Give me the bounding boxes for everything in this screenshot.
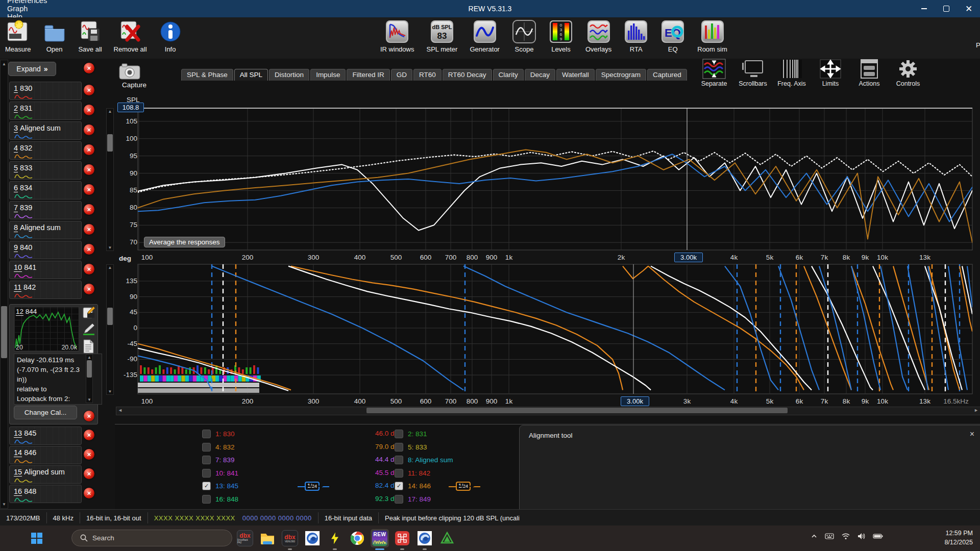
taskbar-folder-button[interactable] xyxy=(258,529,277,547)
wifi-icon[interactable] xyxy=(841,533,850,540)
delete-measurement-16[interactable]: × xyxy=(84,488,94,498)
delete-all-button[interactable]: × xyxy=(84,63,94,73)
search-input[interactable]: Search xyxy=(71,530,232,546)
toolbar-button-overlays[interactable]: Overlays xyxy=(585,19,611,53)
toolbar-button-measure[interactable]: Measure xyxy=(5,19,31,53)
legend-label-17[interactable]: 17: 849 xyxy=(408,495,431,503)
delete-measurement-7[interactable]: × xyxy=(84,204,94,215)
bottom-xtick-end[interactable]: 16.5kHz xyxy=(943,397,969,405)
legend-label-14[interactable]: 14: 846 xyxy=(408,482,431,490)
toolbar-button-scope[interactable]: Scope xyxy=(512,19,536,53)
delete-measurement-5[interactable]: × xyxy=(84,164,94,175)
battery-icon[interactable] xyxy=(873,533,883,539)
measurement-item-8[interactable]: 8Aligned sum xyxy=(9,221,82,239)
toolbar-button-open[interactable]: Open xyxy=(42,19,67,53)
close-icon[interactable]: × xyxy=(970,430,974,439)
scroll-right-arrow[interactable]: ► xyxy=(974,408,978,413)
minimize-button[interactable] xyxy=(913,0,935,17)
horizontal-scrollbar[interactable]: ◄ ► xyxy=(116,407,980,415)
keyboard-icon[interactable] xyxy=(825,533,834,540)
legend-checkbox-8[interactable] xyxy=(395,456,403,464)
measurement-item-expanded-12[interactable]: 12 8442020.0kDelay -20.6119 ms (-7.070 m… xyxy=(9,304,98,424)
legend-label-4[interactable]: 4: 832 xyxy=(215,443,235,451)
menu-preferences[interactable]: Preferences xyxy=(0,0,60,5)
legend-checkbox-16[interactable] xyxy=(202,495,211,504)
measurement-item-9[interactable]: 9840 xyxy=(9,241,82,259)
delete-measurement-2[interactable]: × xyxy=(84,105,94,115)
delete-measurement-15[interactable]: × xyxy=(84,468,94,479)
delete-measurement-14[interactable]: × xyxy=(84,449,94,460)
legend-label-13[interactable]: 13: 845 xyxy=(215,482,238,490)
toolbar-button-save-all[interactable]: Save all xyxy=(78,19,103,53)
close-button[interactable]: ✕ xyxy=(958,0,980,17)
edit-pencil-icon[interactable] xyxy=(82,306,95,319)
legend-checkbox-10[interactable] xyxy=(202,469,211,478)
taskbar-rew-button[interactable]: REW xyxy=(371,529,389,547)
legend-label-5[interactable]: 5: 833 xyxy=(408,443,427,451)
legend-checkbox-17[interactable] xyxy=(395,495,403,504)
legend-checkbox-11[interactable] xyxy=(395,469,403,478)
delay-text-scrollbar[interactable]: ▲▼ xyxy=(86,354,93,403)
measurement-item-13[interactable]: 13845 xyxy=(9,427,82,445)
toolbar-button-spl-meter[interactable]: dB SPL83SPL meter xyxy=(426,19,457,53)
measurement-item-10[interactable]: 10841 xyxy=(9,261,82,279)
taskbar-chrome-button[interactable] xyxy=(348,529,366,547)
taskbar-clock[interactable]: 12:59 PM 8/12/2025 xyxy=(944,529,973,547)
delete-measurement-6[interactable]: × xyxy=(84,184,94,195)
chevron-up-icon[interactable] xyxy=(811,533,818,540)
measurement-item-14[interactable]: 14846 xyxy=(9,446,82,464)
taskbar-edge-browser-button[interactable] xyxy=(303,529,322,547)
legend-checkbox-2[interactable] xyxy=(395,430,403,438)
windows-start-button[interactable] xyxy=(28,529,46,547)
toolbar-button-preferences[interactable]: Preferences xyxy=(976,19,980,49)
taskbar-dbx-venu360-button[interactable]: dbxVENU360 xyxy=(281,529,299,547)
delete-measurement-12[interactable]: × xyxy=(84,411,94,421)
measurement-item-7[interactable]: 7839 xyxy=(9,201,82,219)
legend-label-11[interactable]: 11: 842 xyxy=(408,469,430,477)
maximize-button[interactable] xyxy=(935,0,958,17)
taskbar-green-app-button[interactable] xyxy=(438,529,456,547)
scroll-left-arrow[interactable]: ◄ xyxy=(118,408,122,413)
measurement-item-3[interactable]: 3Aligned sum xyxy=(9,121,82,140)
measurement-item-1[interactable]: 1830 xyxy=(9,82,82,100)
toolbar-button-generator[interactable]: Generator xyxy=(470,19,500,53)
taskbar-dbx-driverack-button[interactable]: dbxDriveRack PA2 xyxy=(236,529,254,547)
change-cal-button[interactable]: Change Cal... xyxy=(14,406,77,419)
delete-measurement-11[interactable]: × xyxy=(84,284,94,294)
toolbar-button-remove-all[interactable]: Remove all xyxy=(114,19,147,53)
legend-label-2[interactable]: 2: 831 xyxy=(408,430,427,438)
legend-label-7[interactable]: 7: 839 xyxy=(215,456,235,464)
delete-measurement-13[interactable]: × xyxy=(84,430,94,440)
legend-checkbox-1[interactable] xyxy=(202,430,211,438)
delete-measurement-8[interactable]: × xyxy=(84,224,94,235)
legend-label-10[interactable]: 10: 841 xyxy=(215,469,238,477)
delete-measurement-3[interactable]: × xyxy=(84,124,94,135)
trace-colour-pen-icon[interactable] xyxy=(82,322,95,336)
taskbar-red-grid-app-button[interactable] xyxy=(393,529,411,547)
measurement-item-2[interactable]: 2831 xyxy=(9,102,82,120)
smoothing-indicator-13[interactable]: 1/24 xyxy=(305,482,320,491)
menu-graph[interactable]: Graph xyxy=(0,5,60,13)
spl-y-scrollbar[interactable]: ▲▼ xyxy=(106,108,114,251)
legend-label-8[interactable]: 8: Aligned sum xyxy=(408,456,453,464)
phase-y-scrollbar[interactable]: ▲▼ xyxy=(106,264,114,395)
measurement-item-4[interactable]: 4832 xyxy=(9,141,82,160)
notes-icon[interactable] xyxy=(82,339,95,354)
legend-checkbox-7[interactable] xyxy=(202,456,211,464)
taskbar-lightning-button[interactable] xyxy=(326,529,344,547)
legend-checkbox-13[interactable]: ✓ xyxy=(202,482,211,490)
legend-label-1[interactable]: 1: 830 xyxy=(215,430,235,438)
toolbar-button-levels[interactable]: 0369Levels xyxy=(549,19,573,53)
toolbar-button-rta[interactable]: RTA xyxy=(624,19,648,53)
delete-measurement-9[interactable]: × xyxy=(84,244,94,255)
expand-button[interactable]: Expand» xyxy=(8,62,56,76)
legend-checkbox-14[interactable]: ✓ xyxy=(395,482,403,490)
measurement-item-15[interactable]: 15Aligned sum xyxy=(9,465,82,484)
toolbar-button-room-sim[interactable]: Room sim xyxy=(697,19,727,53)
delete-measurement-4[interactable]: × xyxy=(84,144,94,155)
spl-top-limit-readout[interactable]: 108.8 xyxy=(117,103,144,112)
delete-measurement-10[interactable]: × xyxy=(84,264,94,274)
legend-checkbox-5[interactable] xyxy=(395,443,403,452)
toolbar-button-info[interactable]: Info xyxy=(158,19,183,53)
taskbar-edge-browser-button[interactable] xyxy=(415,529,434,547)
